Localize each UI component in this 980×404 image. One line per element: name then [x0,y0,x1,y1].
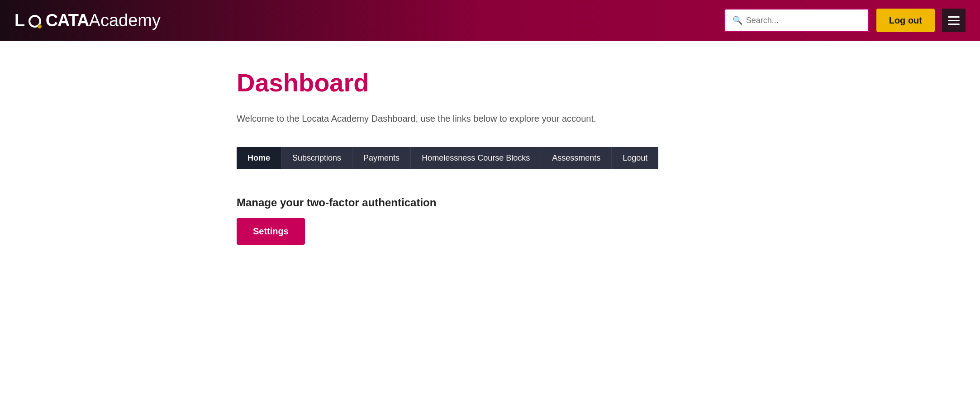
tab-homelessness-course-blocks[interactable]: Homelessness Course Blocks [411,147,541,169]
page-title: Dashboard [237,68,743,97]
logo-o-dot [38,24,42,29]
twofa-section: Manage your two-factor authentication Se… [237,196,743,245]
logo-academy: Academy [89,11,161,30]
hamburger-menu-button[interactable] [942,9,966,32]
hamburger-icon [948,16,960,25]
logo-locata: L CATA [14,11,89,30]
header: L CATA Academy 🔍 Log out [0,0,980,41]
twofa-title: Manage your two-factor authentication [237,196,743,209]
header-right: 🔍 Log out [724,9,966,32]
search-input[interactable] [746,16,861,25]
search-icon: 🔍 [733,15,742,25]
search-container[interactable]: 🔍 [724,9,869,32]
nav-tabs: Home Subscriptions Payments Homelessness… [237,147,743,169]
tab-logout[interactable]: Logout [612,147,658,169]
welcome-text: Welcome to the Locata Academy Dashboard,… [237,112,743,125]
tab-subscriptions[interactable]: Subscriptions [281,147,352,169]
tab-assessments[interactable]: Assessments [541,147,612,169]
settings-button[interactable]: Settings [237,218,305,245]
tab-home[interactable]: Home [237,147,281,169]
logo-container: L CATA Academy [14,11,161,30]
logo-o-letter [29,13,41,30]
main-content: Dashboard Welcome to the Locata Academy … [173,41,807,272]
tab-payments[interactable]: Payments [352,147,411,169]
logout-button[interactable]: Log out [876,9,935,32]
